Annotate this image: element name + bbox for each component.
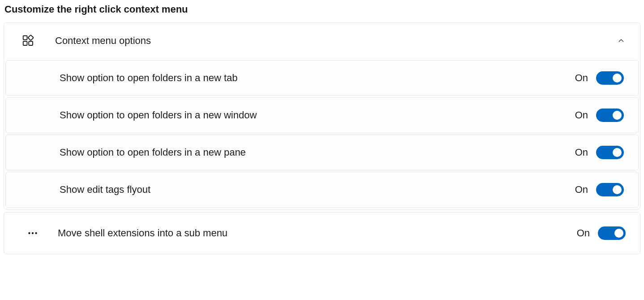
option-label: Show edit tags flyout bbox=[60, 184, 575, 196]
expander-title: Context menu options bbox=[55, 35, 617, 47]
toggle-edit-tags-flyout[interactable] bbox=[596, 183, 624, 196]
svg-point-6 bbox=[35, 232, 37, 234]
svg-rect-1 bbox=[23, 41, 27, 45]
context-menu-options-card: Context menu options Show option to open… bbox=[4, 22, 640, 209]
option-label: Show option to open folders in a new pan… bbox=[60, 147, 575, 158]
toggle-open-new-window[interactable] bbox=[596, 109, 624, 122]
toggle-state-text: On bbox=[575, 72, 588, 84]
toggle-state-text: On bbox=[575, 184, 588, 196]
toggle-open-new-pane[interactable] bbox=[596, 146, 624, 159]
option-label: Show option to open folders in a new win… bbox=[60, 109, 575, 121]
context-menu-options-expander[interactable]: Context menu options bbox=[4, 23, 640, 59]
svg-rect-3 bbox=[28, 35, 33, 40]
option-label: Move shell extensions into a sub menu bbox=[58, 227, 577, 239]
option-open-new-pane: Show option to open folders in a new pan… bbox=[5, 135, 639, 170]
apps-icon bbox=[21, 34, 35, 48]
expander-content: Show option to open folders in a new tab… bbox=[4, 60, 640, 208]
option-edit-tags-flyout: Show edit tags flyout On bbox=[5, 172, 639, 208]
toggle-move-shell-extensions[interactable] bbox=[598, 226, 626, 240]
toggle-state-text: On bbox=[575, 109, 588, 121]
toggle-open-new-tab[interactable] bbox=[596, 71, 624, 85]
svg-rect-2 bbox=[29, 41, 33, 45]
svg-point-5 bbox=[32, 232, 34, 234]
chevron-up-icon bbox=[617, 36, 626, 45]
toggle-state-text: On bbox=[577, 227, 590, 239]
section-title: Customize the right click context menu bbox=[4, 4, 640, 15]
more-icon bbox=[26, 226, 40, 240]
svg-point-4 bbox=[28, 232, 30, 234]
option-open-new-tab: Show option to open folders in a new tab… bbox=[5, 60, 639, 96]
option-open-new-window: Show option to open folders in a new win… bbox=[5, 97, 639, 133]
toggle-state-text: On bbox=[575, 147, 588, 158]
svg-rect-0 bbox=[23, 36, 27, 40]
option-label: Show option to open folders in a new tab bbox=[60, 72, 575, 84]
option-move-shell-extensions: Move shell extensions into a sub menu On bbox=[4, 212, 640, 254]
